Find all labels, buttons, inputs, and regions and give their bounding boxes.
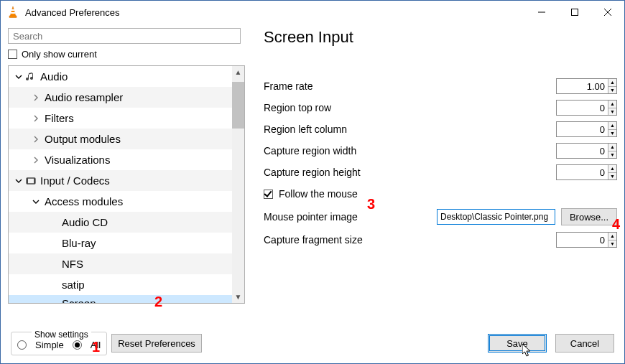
region-left-spinbox[interactable]: ▲▼ — [556, 121, 617, 137]
spin-up-icon[interactable]: ▲ — [608, 122, 616, 130]
spin-up-icon[interactable]: ▲ — [608, 101, 616, 108]
tree-label: NFS — [62, 258, 83, 270]
frame-rate-input[interactable] — [557, 79, 608, 93]
svg-rect-2 — [11, 12, 15, 14]
cancel-button[interactable]: Cancel — [555, 334, 614, 353]
fragment-size-input[interactable] — [557, 233, 608, 247]
tree-label: Output modules — [45, 133, 121, 145]
svg-rect-5 — [572, 9, 578, 16]
only-show-current-label: Only show current — [22, 49, 97, 60]
tree-visualizations[interactable]: Visualizations — [9, 149, 232, 170]
tree-scrollbar[interactable]: ▲ ▼ — [232, 66, 244, 303]
search-input[interactable] — [8, 28, 241, 44]
tree-filters[interactable]: Filters — [9, 108, 232, 129]
mouse-pointer-image-input[interactable] — [437, 209, 555, 225]
all-radio-label: All — [91, 340, 101, 350]
spin-up-icon[interactable]: ▲ — [608, 79, 616, 87]
spin-up-icon[interactable]: ▲ — [608, 144, 616, 151]
tree-label: satip — [62, 279, 85, 291]
chevron-down-icon — [13, 73, 24, 80]
reset-preferences-button[interactable]: Reset Preferences — [111, 334, 202, 353]
scroll-down-button[interactable]: ▼ — [232, 291, 244, 303]
chevron-right-icon — [30, 136, 42, 143]
tree-audio[interactable]: Audio — [9, 66, 232, 87]
spin-down-icon[interactable]: ▼ — [608, 87, 616, 94]
tree-audio-cd[interactable]: Audio CD — [9, 212, 232, 233]
panel-heading: Screen Input — [264, 28, 617, 47]
maximize-button[interactable] — [558, 1, 591, 24]
tree-label: Access modules — [45, 195, 123, 207]
chevron-down-icon — [30, 198, 42, 205]
capture-width-input[interactable] — [557, 144, 608, 158]
mouse-pointer-image-label: Mouse pointer image — [264, 211, 431, 223]
fragment-size-label: Capture fragment size — [264, 234, 556, 246]
tree-label: Visualizations — [45, 154, 110, 166]
audio-icon — [24, 71, 37, 83]
spin-down-icon[interactable]: ▼ — [608, 241, 616, 248]
tree-satip[interactable]: satip — [9, 274, 232, 295]
capture-width-label: Capture region width — [264, 145, 556, 157]
region-left-label: Region left column — [264, 123, 556, 135]
tree-screen[interactable]: Screen — [9, 295, 232, 303]
chevron-right-icon — [30, 94, 42, 101]
svg-rect-9 — [27, 178, 28, 184]
scroll-thumb[interactable] — [232, 82, 244, 129]
chevron-right-icon — [30, 157, 42, 164]
tree-label: Audio CD — [62, 216, 108, 228]
tree-input-codecs[interactable]: Input / Codecs — [9, 170, 232, 191]
tree-audio-resampler[interactable]: Audio resampler — [9, 87, 232, 108]
tree-label: Audio — [40, 70, 68, 83]
save-button[interactable]: Save — [488, 334, 547, 353]
preferences-tree: Audio Audio resampler Filters — [8, 65, 245, 304]
tree-output-modules[interactable]: Output modules — [9, 129, 232, 149]
vlc-cone-icon — [6, 6, 19, 19]
capture-height-label: Capture region height — [264, 167, 556, 178]
spin-down-icon[interactable]: ▼ — [608, 173, 616, 180]
svg-rect-10 — [34, 178, 35, 184]
spin-down-icon[interactable]: ▼ — [608, 108, 616, 116]
simple-radio[interactable] — [17, 340, 27, 350]
follow-mouse-label: Follow the mouse — [279, 188, 358, 200]
capture-height-input[interactable] — [557, 165, 608, 179]
spin-up-icon[interactable]: ▲ — [608, 165, 616, 173]
codecs-icon — [24, 175, 37, 187]
region-top-label: Region top row — [264, 102, 556, 113]
simple-radio-label: Simple — [35, 340, 64, 350]
title-bar: Advanced Preferences — [1, 1, 624, 24]
frame-rate-spinbox[interactable]: ▲▼ — [556, 78, 617, 94]
frame-rate-label: Frame rate — [264, 80, 556, 92]
spin-down-icon[interactable]: ▼ — [608, 151, 616, 159]
svg-rect-3 — [9, 16, 17, 18]
tree-label: Audio resampler — [45, 91, 123, 103]
capture-width-spinbox[interactable]: ▲▼ — [556, 143, 617, 159]
minimize-button[interactable] — [525, 1, 558, 24]
tree-bluray[interactable]: Blu-ray — [9, 233, 232, 253]
svg-marker-0 — [10, 6, 16, 17]
capture-height-spinbox[interactable]: ▲▼ — [556, 164, 617, 180]
tree-access-modules[interactable]: Access modules — [9, 191, 232, 212]
region-top-spinbox[interactable]: ▲▼ — [556, 100, 617, 116]
close-button[interactable] — [591, 1, 624, 24]
tree-label: Screen — [62, 297, 96, 304]
chevron-down-icon — [13, 177, 24, 185]
browse-button[interactable]: Browse... — [561, 208, 617, 225]
only-show-current-checkbox[interactable] — [8, 50, 17, 59]
tree-label: Filters — [45, 112, 74, 124]
show-settings-label: Show settings — [32, 330, 91, 340]
fragment-size-spinbox[interactable]: ▲▼ — [556, 232, 617, 248]
tree-label: Input / Codecs — [40, 174, 110, 187]
chevron-right-icon — [30, 115, 42, 122]
region-top-input[interactable] — [557, 101, 608, 115]
window-title: Advanced Preferences — [25, 7, 120, 18]
follow-mouse-checkbox[interactable] — [264, 190, 273, 199]
region-left-input[interactable] — [557, 122, 608, 136]
tree-label: Blu-ray — [62, 237, 96, 249]
scroll-up-button[interactable]: ▲ — [232, 66, 244, 78]
all-radio[interactable] — [73, 340, 82, 350]
spin-down-icon[interactable]: ▼ — [608, 130, 616, 137]
spin-up-icon[interactable]: ▲ — [608, 233, 616, 241]
show-settings-group: Show settings Simple All — [11, 332, 107, 355]
tree-nfs[interactable]: NFS — [9, 253, 232, 274]
svg-rect-1 — [11, 9, 14, 11]
